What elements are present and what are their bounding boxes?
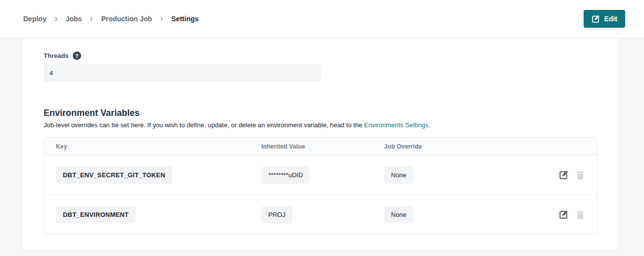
table-row: DBT_ENV_SECRET_GIT_TOKEN ********uDID No…	[44, 155, 597, 195]
env-var-job-override: None	[384, 206, 413, 223]
edit-button-label: Edit	[604, 15, 617, 23]
help-icon[interactable]: ?	[73, 51, 81, 60]
column-header-job-override: Job Override	[384, 143, 585, 150]
environment-variables-description: Job-level overrides can be set here. If …	[44, 121, 598, 129]
env-var-job-override: None	[384, 166, 413, 184]
description-period: .	[429, 121, 431, 129]
column-header-key: Key	[56, 143, 261, 150]
breadcrumb-settings: Settings	[171, 15, 198, 23]
env-var-inherited-value: ********uDID	[261, 166, 310, 184]
settings-panel: Threads ? 4 Environment Variables Job-le…	[22, 38, 619, 250]
row-delete-button[interactable]	[576, 210, 585, 219]
environment-variables-title: Environment Variables	[44, 108, 598, 118]
threads-field-group: Threads ? 4	[44, 38, 598, 82]
breadcrumb: Deploy Jobs Production Job Settings	[0, 15, 198, 23]
row-edit-button[interactable]	[559, 210, 568, 219]
chevron-right-icon	[53, 16, 59, 22]
chevron-right-icon	[159, 16, 164, 22]
threads-label: Threads	[44, 52, 69, 59]
breadcrumb-production-job[interactable]: Production Job	[101, 15, 152, 23]
top-bar: Deploy Jobs Production Job Settings Edit	[0, 0, 644, 38]
env-var-key: DBT_ENV_SECRET_GIT_TOKEN	[56, 166, 172, 184]
env-var-inherited-value: PROJ	[261, 206, 293, 223]
environment-variables-table: Key Inherited Value Job Override DBT_ENV…	[44, 137, 598, 234]
table-row: DBT_ENVIRONMENT PROJ None	[44, 195, 597, 234]
breadcrumb-jobs[interactable]: Jobs	[66, 15, 82, 23]
environments-settings-link[interactable]: Environments Settings	[364, 121, 429, 129]
edit-pencil-icon	[592, 15, 600, 23]
row-delete-button[interactable]	[576, 170, 585, 180]
env-var-key: DBT_ENVIRONMENT	[56, 206, 136, 223]
chevron-right-icon	[89, 16, 94, 22]
description-text: Job-level overrides can be set here. If …	[44, 121, 364, 129]
breadcrumb-deploy[interactable]: Deploy	[23, 15, 47, 23]
table-header-row: Key Inherited Value Job Override	[44, 138, 597, 155]
edit-button[interactable]: Edit	[584, 10, 625, 28]
row-edit-button[interactable]	[559, 170, 568, 180]
column-header-inherited-value: Inherited Value	[261, 143, 384, 150]
threads-input[interactable]: 4	[44, 64, 321, 82]
